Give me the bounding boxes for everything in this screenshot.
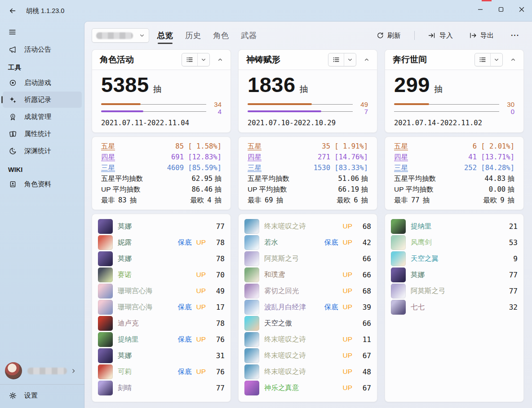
five-star-link[interactable]: 五星 xyxy=(248,142,262,151)
import-button[interactable]: 导入 xyxy=(426,29,456,42)
list-view-icon[interactable] xyxy=(475,56,490,63)
item-row[interactable]: 七七 32 xyxy=(391,299,518,315)
refresh-button[interactable]: 刷新 xyxy=(374,29,403,42)
banner-items-card: 提纳里 21 风鹰剑 53 天空之翼 9 莫娜 77 阿莫斯之弓 77 xyxy=(385,214,524,402)
close-button[interactable] xyxy=(511,0,532,19)
four-star-pity-value: 0 xyxy=(501,108,514,115)
avg-five-star-value: 44.83 xyxy=(485,175,506,183)
item-name: 莫娜 xyxy=(411,270,425,280)
three-star-link[interactable]: 三星 xyxy=(101,163,115,173)
three-star-link[interactable]: 三星 xyxy=(394,163,408,173)
sidebar-item-avatar-stats[interactable]: 属性统计 xyxy=(3,126,82,142)
collapse-button[interactable] xyxy=(214,53,226,66)
tab-weapons[interactable]: 武器 xyxy=(241,22,257,49)
view-mode-split-button[interactable] xyxy=(474,53,503,66)
worst-pull-stat: 最非83抽 xyxy=(101,196,137,205)
item-row[interactable]: 阿莫斯之弓 77 xyxy=(391,283,518,299)
item-name: 终末嗟叹之诗 xyxy=(264,351,306,360)
sidebar-item-abyss-stats[interactable]: 深渊统计 xyxy=(3,143,82,159)
item-row[interactable]: 神乐之真意 UP 67 xyxy=(244,380,371,396)
item-row[interactable]: 珊瑚宫心海 UP 49 xyxy=(98,283,225,299)
sidebar-item-achievements[interactable]: 成就管理 xyxy=(3,109,82,125)
tab-characters[interactable]: 角色 xyxy=(213,22,229,49)
item-row[interactable]: 莫娜 78 xyxy=(98,250,225,267)
item-count: 66 xyxy=(355,271,371,279)
three-star-link[interactable]: 三星 xyxy=(248,163,262,173)
up-tag: UP xyxy=(342,238,352,246)
list-view-icon[interactable] xyxy=(328,56,344,63)
sidebar: 活动公告工具启动游戏祈愿记录成就管理属性统计深渊统计WIKI角色资料 设置 xyxy=(0,22,84,408)
item-row[interactable]: 提纳里 21 xyxy=(391,218,518,234)
five-star-link[interactable]: 五星 xyxy=(101,142,115,151)
pity-bars: 34 4 xyxy=(101,101,222,115)
three-star-count: 252 [84.28%] xyxy=(464,164,514,172)
item-row[interactable]: 和璞鸢 UP 66 xyxy=(244,267,371,283)
more-menu-button[interactable]: ··· xyxy=(507,30,523,41)
item-count: 68 xyxy=(355,222,371,231)
hamburger-menu-icon[interactable] xyxy=(4,25,20,39)
chevron-down-icon[interactable] xyxy=(344,57,356,62)
item-avatar xyxy=(244,219,259,234)
item-name: 七七 xyxy=(411,303,425,312)
collapse-button[interactable] xyxy=(361,53,372,66)
item-row[interactable]: 波乱月白经津 保底 UP 39 xyxy=(244,299,371,315)
up-tag: UP xyxy=(342,271,352,279)
item-count: 67 xyxy=(355,351,371,360)
banner-stats-card: 五星 85 [ 1.58%] 四星 691 [12.83%] 三星 4609 [… xyxy=(92,136,231,210)
item-count: 9 xyxy=(501,254,518,263)
tab-overview[interactable]: 总览 xyxy=(157,22,173,49)
item-row[interactable]: 天空之傲 66 xyxy=(244,315,371,331)
user-profile-row[interactable] xyxy=(3,359,82,382)
item-row[interactable]: 天空之翼 9 xyxy=(391,250,518,267)
tab-history[interactable]: 历史 xyxy=(185,22,201,49)
item-avatar xyxy=(98,284,113,298)
item-row[interactable]: 终末嗟叹之诗 UP 11 xyxy=(244,331,371,347)
back-button[interactable] xyxy=(5,4,20,18)
sidebar-item-character-wiki[interactable]: 角色资料 xyxy=(3,176,82,192)
item-row[interactable]: 风鹰剑 53 xyxy=(391,234,518,250)
best-pull-stat: 最欧4抽 xyxy=(190,196,222,205)
list-view-icon[interactable] xyxy=(182,56,197,63)
item-row[interactable]: 珊瑚宫心海 保底 UP 17 xyxy=(98,299,225,315)
item-avatar xyxy=(98,364,113,379)
item-row[interactable]: 雾切之回光 UP 68 xyxy=(244,283,371,299)
chevron-down-icon[interactable] xyxy=(198,57,209,62)
four-star-link[interactable]: 四星 xyxy=(394,153,408,162)
item-avatar xyxy=(98,268,113,282)
item-row[interactable]: 可莉 保底 UP 76 xyxy=(98,364,225,380)
view-mode-split-button[interactable] xyxy=(182,53,210,66)
sidebar-item-settings[interactable]: 设置 xyxy=(3,386,82,404)
banner-items-card: 终末嗟叹之诗 UP 68 若水 保底 UP 42 阿莫斯之弓 66 和璞鸢 UP… xyxy=(238,214,377,402)
four-star-link[interactable]: 四星 xyxy=(248,153,262,162)
chevron-down-icon[interactable] xyxy=(491,57,502,62)
item-row[interactable]: 妮露 保底 UP 78 xyxy=(98,234,225,250)
item-row[interactable]: 终末嗟叹之诗 UP 68 xyxy=(244,218,371,234)
collapse-button[interactable] xyxy=(507,53,519,66)
sidebar-item-wish-records[interactable]: 祈愿记录 xyxy=(3,92,82,108)
sidebar-item-label: 启动游戏 xyxy=(24,79,51,87)
item-row[interactable]: 终末嗟叹之诗 UP 48 xyxy=(244,364,371,380)
uid-selector[interactable] xyxy=(92,28,149,43)
minimize-button[interactable] xyxy=(470,0,491,19)
sidebar-item-launch-game[interactable]: 启动游戏 xyxy=(3,75,82,91)
export-button[interactable]: 导出 xyxy=(466,29,497,42)
megaphone-icon xyxy=(8,46,17,53)
item-row[interactable]: 若水 保底 UP 42 xyxy=(244,234,371,250)
item-row[interactable]: 刻晴 77 xyxy=(98,380,225,396)
sidebar-item-label: 深渊统计 xyxy=(24,147,51,155)
item-row[interactable]: 莫娜 31 xyxy=(98,347,225,364)
item-row[interactable]: 阿莫斯之弓 66 xyxy=(244,250,371,267)
item-avatar xyxy=(98,300,113,315)
item-row[interactable]: 迪卢克 78 xyxy=(98,315,225,331)
four-star-pity-bar: 7 xyxy=(248,108,368,115)
item-row[interactable]: 提纳里 保底 UP 76 xyxy=(98,331,225,347)
item-row[interactable]: 赛诺 UP 70 xyxy=(98,267,225,283)
view-mode-split-button[interactable] xyxy=(328,53,356,66)
maximize-button[interactable] xyxy=(491,0,511,19)
sidebar-item-announcement[interactable]: 活动公告 xyxy=(3,41,82,57)
item-row[interactable]: 终末嗟叹之诗 UP 67 xyxy=(244,347,371,364)
item-row[interactable]: 莫娜 77 xyxy=(98,218,225,234)
four-star-link[interactable]: 四星 xyxy=(101,153,115,162)
item-row[interactable]: 莫娜 77 xyxy=(391,267,518,283)
five-star-link[interactable]: 五星 xyxy=(394,142,408,151)
